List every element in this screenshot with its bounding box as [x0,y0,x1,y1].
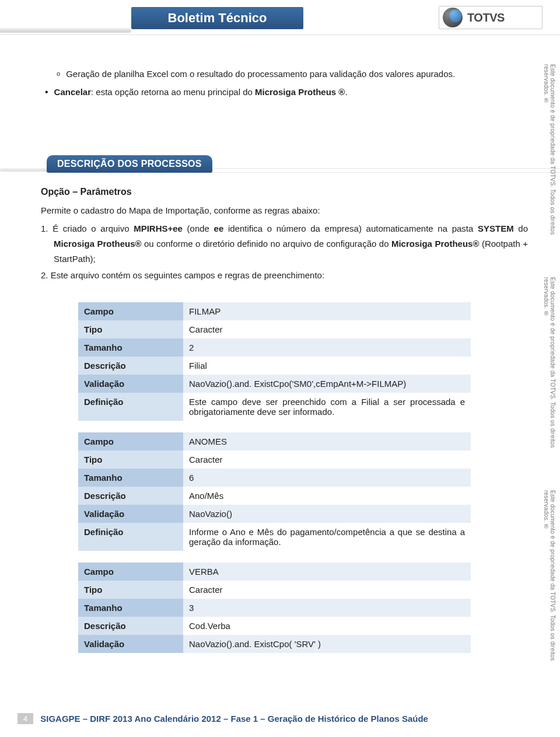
lab-validacao: Validação [78,635,183,653]
field-table-verba: CampoVERBA TipoCaracter Tamanho3 Descriç… [78,563,471,653]
n1-p1: 1. É criado o arquivo [41,223,134,233]
val-definicao: Este campo deve ser preenchido com a Fil… [183,393,471,421]
header-accent [0,28,131,33]
main-bullet-rest: : esta opção retorna ao menu principal d… [91,87,255,97]
section-divider: DESCRIÇÃO DOS PROCESSOS [41,155,528,174]
val-tipo: Caracter [183,450,471,469]
circle-bullet-icon: o [57,70,60,77]
section-title-bar: DESCRIÇÃO DOS PROCESSOS [47,155,212,173]
lab-tipo: Tipo [78,320,183,338]
lab-tipo: Tipo [78,450,183,469]
val-tipo: Caracter [183,581,471,599]
watermark-text-1: Este documento é de propriedade da TOTVS… [542,64,556,263]
lab-campo: Campo [78,563,183,581]
section-title: DESCRIÇÃO DOS PROCESSOS [57,159,202,169]
lab-definicao: Definição [78,393,183,421]
lab-descricao: Descrição [78,617,183,635]
n1-p3: identifica o número da empresa) automati… [223,223,478,233]
lab-validacao: Validação [78,505,183,523]
lab-tamanho: Tamanho [78,469,183,487]
n1-b2: ee [214,223,224,233]
field-tables: CampoFILMAP TipoCaracter Tamanho2 Descri… [78,302,471,653]
val-tamanho: 2 [183,338,471,357]
val-validacao: NaoVazio() [183,505,471,523]
sub-bullet: oGeração de planilha Excel com o resulta… [67,67,528,81]
bullet-list: oGeração de planilha Excel com o resulta… [41,67,528,100]
n1-b5: Microsiga Protheus® [391,239,480,249]
n1-b3: SYSTEM [478,223,514,233]
intro-text: Permite o cadastro do Mapa de Importação… [41,205,528,215]
val-campo: FILMAP [183,302,471,320]
brand-name: TOTVS [467,11,505,25]
lab-definicao: Definição [78,523,183,551]
header-title: Boletim Técnico [168,11,267,26]
content-area: oGeração de planilha Excel com o resulta… [0,35,560,653]
val-validacao: NaoVazio().and. ExistCpo('SM0',cEmpAnt+M… [183,375,471,393]
watermark-text-3: Este documento é de propriedade da TOTVS… [542,490,556,689]
val-descricao: Ano/Mês [183,487,471,505]
val-descricao: Filial [183,357,471,375]
protheus-bold: Microsiga Protheus ® [255,87,345,97]
footer-text: SIGAGPE – DIRF 2013 Ano Calendário 2012 … [40,714,428,724]
main-bullet: •Cancelar: esta opção retorna ao menu pr… [55,85,528,100]
page-footer: 4 SIGAGPE – DIRF 2013 Ano Calendário 201… [0,713,560,724]
lab-descricao: Descrição [78,487,183,505]
numbered-item-1: 1. É criado o arquivo MPIRHS+ee (onde ee… [41,221,528,267]
cancelar-label: Cancelar [54,87,91,97]
lab-validacao: Validação [78,375,183,393]
val-descricao: Cod.Verba [183,617,471,635]
n1-p4: do [514,223,528,233]
n1-b4: Microsiga Protheus® [54,239,142,249]
brand-logo: TOTVS [439,6,542,29]
field-table-filmap: CampoFILMAP TipoCaracter Tamanho2 Descri… [78,302,471,421]
n1-p2: (onde [183,223,214,233]
n1-b1: MPIRHS+ee [134,223,183,233]
val-campo: ANOMES [183,432,471,450]
header-title-wrap: Boletim Técnico [131,7,303,29]
lab-tipo: Tipo [78,581,183,599]
val-tamanho: 3 [183,599,471,617]
lab-descricao: Descrição [78,357,183,375]
field-table-anomes: CampoANOMES TipoCaracter Tamanho6 Descri… [78,432,471,551]
val-tipo: Caracter [183,320,471,338]
val-definicao: Informe o Ano e Mês do pagamento/competê… [183,523,471,551]
lab-tamanho: Tamanho [78,599,183,617]
numbered-item-2: 2. Este arquivo contém os seguintes camp… [41,268,528,283]
bullet-icon: • [45,87,48,97]
page-header: Boletim Técnico TOTVS [0,0,560,35]
n1-p5: ou conforme o diretório definido no arqu… [142,239,391,249]
lab-tamanho: Tamanho [78,338,183,357]
lab-campo: Campo [78,302,183,320]
watermark-text-2: Este documento é de propriedade da TOTVS… [542,277,556,476]
main-bullet-end: . [345,87,347,97]
val-tamanho: 6 [183,469,471,487]
val-campo: VERBA [183,563,471,581]
lab-campo: Campo [78,432,183,450]
sub-bullet-text: Geração de planilha Excel com o resultad… [66,69,455,79]
totvs-logo-icon [443,8,463,27]
page-number: 4 [18,713,33,724]
val-validacao: NaoVazio().and. ExistCpo( 'SRV' ) [183,635,471,653]
opcao-title: Opção – Parâmetros [41,187,528,197]
